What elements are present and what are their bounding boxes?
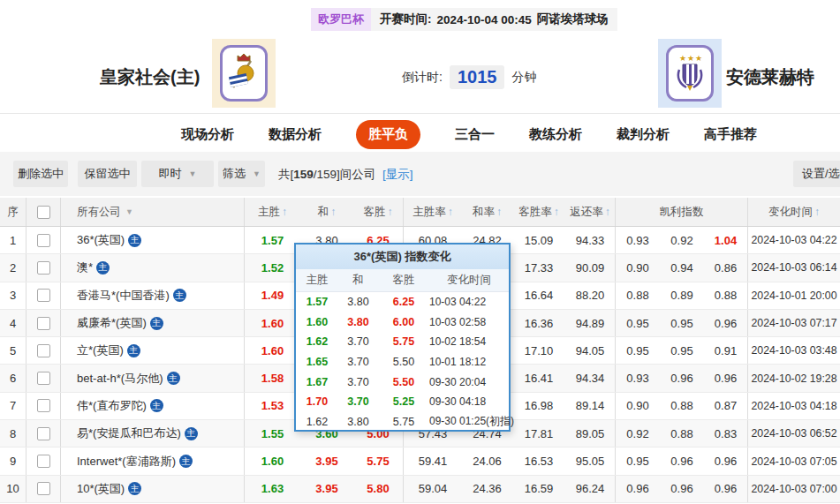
company-badge-icon: 主 — [128, 482, 141, 495]
draw-odds-cell: 3.95 — [300, 476, 353, 502]
row-checkbox[interactable] — [37, 455, 50, 468]
popup-row: 1.623.705.7510-02 18:54 — [296, 332, 509, 352]
popup-col-time: 变化时间 — [429, 269, 509, 291]
company-name[interactable]: 香港马*(中国香港) — [77, 288, 170, 304]
company-cell[interactable]: bet-at-h*(马尔他)主 — [61, 365, 245, 391]
company-name[interactable]: 威廉希*(英国) — [77, 315, 147, 331]
kelly-3-cell: 0.83 — [704, 420, 748, 447]
row-checkbox[interactable] — [37, 399, 50, 412]
col-away-rate[interactable]: 客胜率↑ — [512, 198, 565, 226]
company-badge-icon: 主 — [127, 344, 140, 357]
company-name[interactable]: 10*(英国) — [77, 481, 125, 497]
header-divider — [0, 113, 840, 114]
return-rate-cell: 94.05 — [565, 337, 616, 364]
away-team-name: 安德莱赫特 — [726, 65, 814, 89]
table-row[interactable]: 1010*(英国)主1.633.955.8059.0424.3616.5996.… — [0, 476, 840, 503]
sort-asc-icon: ↑ — [605, 206, 610, 218]
company-cell[interactable]: 立*(英国)主 — [61, 337, 245, 364]
row-checkbox-cell — [26, 393, 61, 419]
company-badge-icon: 主 — [96, 261, 110, 275]
tab-coach[interactable]: 教练分析 — [529, 126, 582, 143]
col-away-odds[interactable]: 客胜↑ — [353, 198, 404, 226]
company-badge-icon: 主 — [150, 399, 163, 412]
row-checkbox-cell — [26, 282, 61, 309]
filter-icon: ▼ — [125, 207, 133, 216]
company-cell[interactable]: 易*(安提瓜和巴布达)主 — [61, 420, 245, 447]
home-odds-cell: 1.52 — [245, 254, 300, 281]
row-checkbox[interactable] — [37, 482, 50, 495]
company-name[interactable]: Interwet*(塞浦路斯) — [77, 454, 176, 470]
kelly-1-cell: 0.93 — [616, 227, 660, 253]
change-time-cell: 2024-10-02 19:28 — [748, 365, 840, 391]
popup-draw-odds: 3.70 — [338, 332, 378, 352]
company-cell[interactable]: 伟*(直布罗陀)主 — [61, 393, 245, 419]
company-cell[interactable]: Interwet*(塞浦路斯)主 — [61, 448, 245, 474]
row-checkbox[interactable] — [37, 427, 50, 440]
row-checkbox[interactable] — [37, 261, 50, 275]
keep-selected-button[interactable]: 保留选中 — [78, 161, 137, 187]
tab-referee[interactable]: 裁判分析 — [617, 126, 670, 143]
company-cell[interactable]: 36*(英国)主 — [61, 227, 245, 253]
tab-live[interactable]: 现场分析 — [181, 126, 234, 143]
col-company[interactable]: 所有公司▼ — [61, 198, 245, 226]
kelly-1-cell: 0.96 — [616, 476, 660, 502]
kelly-1-cell: 0.88 — [616, 282, 660, 309]
instant-dropdown[interactable]: 即时▼ — [141, 161, 214, 187]
row-checkbox[interactable] — [37, 372, 50, 385]
return-rate-cell: 88.20 — [565, 282, 616, 309]
popup-home-odds: 1.65 — [296, 352, 338, 372]
kelly-3-cell: 0.96 — [704, 310, 748, 336]
svg-text:★: ★ — [679, 54, 686, 63]
table-row[interactable]: 9Interwet*(塞浦路斯)主1.603.955.7559.4124.061… — [0, 448, 840, 475]
row-seq: 3 — [0, 282, 26, 309]
filter-dropdown[interactable]: 筛选▼ — [218, 161, 265, 187]
company-name[interactable]: 伟*(直布罗陀) — [77, 398, 147, 414]
company-name[interactable]: 澳* — [77, 260, 93, 275]
row-seq: 2 — [0, 254, 26, 281]
row-checkbox[interactable] — [37, 234, 50, 247]
company-name[interactable]: 36*(英国) — [77, 232, 125, 248]
away-rate-cell: 16.53 — [512, 448, 565, 474]
row-checkbox[interactable] — [37, 344, 50, 357]
kelly-3-cell: 0.87 — [704, 393, 748, 419]
league-badge[interactable]: 欧罗巴杯 — [311, 8, 371, 31]
show-link[interactable]: [显示] — [382, 168, 413, 181]
company-badge-icon: 主 — [128, 234, 141, 247]
settings-button[interactable]: 设置/选择 — [793, 161, 840, 187]
delete-selected-button[interactable]: 删除选中 — [13, 161, 68, 187]
draw-rate-cell: 24.06 — [462, 448, 512, 474]
company-cell[interactable]: 澳*主 — [61, 254, 245, 281]
company-name[interactable]: bet-at-h*(马尔他) — [77, 371, 163, 387]
col-change-time[interactable]: 变化时间↑ — [748, 198, 840, 226]
odds-table-header: 序 所有公司▼ 主胜↑ 和↑ 客胜↑ 主胜率↑ 和率↑ 客胜率↑ 返还率↑ 凯利… — [0, 198, 840, 227]
company-cell[interactable]: 威廉希*(英国)主 — [61, 310, 245, 336]
row-checkbox[interactable] — [37, 317, 50, 330]
return-rate-cell: 94.33 — [565, 227, 616, 253]
col-draw-rate[interactable]: 和率↑ — [462, 198, 512, 226]
company-badge-icon: 主 — [150, 317, 163, 330]
home-odds-cell: 1.60 — [245, 310, 300, 336]
col-home-odds[interactable]: 主胜↑ — [245, 198, 300, 226]
away-rate-cell: 17.10 — [512, 337, 565, 364]
sort-asc-icon: ↑ — [282, 206, 287, 218]
chevron-down-icon: ▼ — [189, 169, 197, 178]
tab-data[interactable]: 数据分析 — [269, 126, 322, 143]
kelly-3-cell: 0.96 — [704, 365, 748, 391]
company-cell[interactable]: 10*(英国)主 — [61, 476, 245, 502]
company-name[interactable]: 易*(安提瓜和巴布达) — [77, 425, 181, 441]
row-seq: 5 — [0, 337, 26, 364]
popup-home-odds: 1.62 — [296, 412, 338, 433]
tab-wdl[interactable]: 胜平负 — [356, 120, 420, 149]
col-home-rate[interactable]: 主胜率↑ — [404, 198, 462, 226]
col-draw-odds[interactable]: 和↑ — [300, 198, 353, 226]
company-cell[interactable]: 香港马*(中国香港)主 — [61, 282, 245, 309]
kelly-1-cell: 0.90 — [616, 393, 660, 419]
tab-expert[interactable]: 高手推荐 — [704, 126, 757, 143]
popup-change-time: 10-03 04:22 — [429, 292, 509, 312]
tab-three[interactable]: 三合一 — [455, 126, 495, 143]
company-name[interactable]: 立*(英国) — [77, 342, 124, 358]
row-checkbox[interactable] — [37, 289, 50, 302]
select-all-checkbox[interactable] — [37, 206, 50, 219]
countdown-value: 1015 — [450, 65, 505, 89]
col-return-rate[interactable]: 返还率↑ — [565, 198, 616, 226]
